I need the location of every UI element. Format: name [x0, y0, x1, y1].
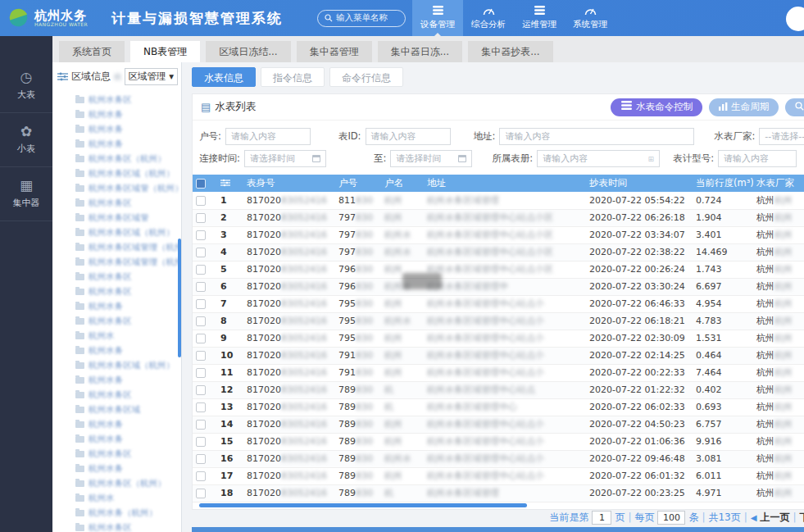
tab-集中器日冻...[interactable]: 集中器日冻...	[378, 41, 462, 62]
tree-node[interactable]: 杭州水务区域管理（杭州）	[75, 240, 181, 255]
row-checkbox[interactable]	[196, 471, 206, 481]
tree-node[interactable]: 杭州水务	[75, 107, 181, 122]
tree-node[interactable]: 杭州水务区（杭州）	[75, 152, 181, 166]
vendor-cell: 杭州杭州	[753, 209, 804, 226]
至-field[interactable]: 请选择时间	[390, 150, 472, 167]
column-header-表身号[interactable]: 表身号	[243, 175, 335, 192]
row-checkbox[interactable]	[196, 402, 206, 412]
row-checkbox[interactable]	[196, 265, 206, 275]
tree-node[interactable]: 杭州水务	[75, 432, 181, 447]
tree-node[interactable]: 杭州水务区	[75, 270, 181, 284]
sidebar-item-小表[interactable]: ✿小表	[0, 113, 52, 167]
page-size-input[interactable]	[657, 511, 685, 525]
tree-node[interactable]: 杭州水务区	[75, 521, 181, 532]
tree-scrollbar[interactable]	[178, 239, 181, 357]
row-checkbox[interactable]	[196, 196, 206, 206]
表ID-field[interactable]: 请输入内容	[366, 128, 451, 145]
tab-区域日冻结...[interactable]: 区域日冻结...	[206, 41, 290, 62]
tree-node[interactable]: 杭州水务区域管（杭州）	[75, 181, 181, 196]
next-page-button[interactable]: 下一页	[800, 511, 804, 525]
row-checkbox[interactable]	[196, 351, 206, 361]
tree-node[interactable]: 杭州水务	[75, 137, 181, 152]
column-header-户号[interactable]: 户号	[335, 175, 381, 192]
vendor-cell: 杭州杭州	[753, 312, 804, 330]
sidebar-item-大表[interactable]: ◷大表	[0, 59, 52, 113]
tab-集中器抄表...[interactable]: 集中器抄表...	[468, 41, 552, 62]
tree-node[interactable]: 杭州水务	[75, 462, 181, 476]
column-header-地址[interactable]: 地址	[424, 175, 586, 192]
户号-field[interactable]: 请输入内容	[225, 128, 311, 145]
tree-node[interactable]: 杭州水务区（杭州）	[75, 476, 181, 491]
column-header-当前行度(m³)[interactable]: 当前行度(m³)	[693, 175, 753, 192]
row-checkbox[interactable]	[196, 299, 206, 309]
prev-arrow-icon: ◀	[751, 513, 757, 522]
bottom-scrollbar[interactable]	[192, 527, 804, 532]
sidebar-item-集中器[interactable]: ▦集中器	[0, 167, 52, 221]
tree-node[interactable]: 杭州水	[75, 329, 181, 343]
tree-node[interactable]: 杭州水务区域（杭州）	[75, 358, 181, 373]
subtab-水表信息[interactable]: 水表信息	[192, 67, 256, 87]
地址-field[interactable]: 请输入内容	[499, 128, 694, 145]
tree-node[interactable]: 杭州水	[75, 491, 181, 506]
tree-node[interactable]: 杭州水务	[75, 299, 181, 314]
nav-item-运维管理[interactable]: 运维管理	[514, 0, 565, 36]
tree-node[interactable]: 杭州水务	[75, 122, 181, 137]
row-checkbox[interactable]	[196, 420, 206, 430]
nav-item-设备管理[interactable]: 设备管理	[412, 0, 463, 36]
tree-node[interactable]: 杭州水务	[75, 417, 181, 432]
page-number-input[interactable]	[592, 511, 611, 525]
水表命令控制-button[interactable]: 水表命令控制	[611, 98, 702, 116]
row-checkbox[interactable]	[196, 316, 206, 326]
tree-node[interactable]: 杭州水务区域（杭州）	[75, 166, 181, 181]
tree-node[interactable]: 杭州水务区域（杭州）	[75, 225, 181, 240]
search-icon	[325, 14, 333, 22]
meter-body-no-cell: 81702083052416	[243, 330, 335, 347]
row-checkbox[interactable]	[196, 437, 206, 447]
table-hscrollbar-thumb[interactable]	[199, 503, 527, 507]
tree-node[interactable]: 杭州水务区域管理（杭州）	[75, 255, 181, 270]
tree-node[interactable]: 杭州水务（杭州）	[75, 506, 181, 521]
menu-search-input[interactable]: 输入菜单名称	[317, 10, 406, 27]
tree-node[interactable]: 杭州水务	[75, 343, 181, 358]
表计型号-field[interactable]: 请输入内容	[718, 150, 797, 167]
tab-NB表管理[interactable]: NB表管理	[130, 41, 200, 62]
table-row: 781702083052416795830杭州杭州水务区域管理中心站点小2020…	[193, 295, 804, 312]
tree-node[interactable]: 杭州水务区	[75, 284, 181, 299]
tab-系统首页[interactable]: 系统首页	[59, 41, 125, 62]
row-checkbox[interactable]	[196, 368, 206, 378]
table-row: 181702083052416811830杭州杭州水务区域管理2020-07-2…	[193, 192, 804, 209]
tree-node[interactable]: 杭州水务	[75, 373, 181, 388]
column-header-水表厂家[interactable]: 水表厂家	[753, 175, 804, 192]
avatar[interactable]	[786, 7, 804, 31]
row-checkbox[interactable]	[196, 385, 206, 395]
column-header-户名[interactable]: 户名	[381, 175, 424, 192]
row-checkbox[interactable]	[196, 454, 206, 464]
region-mode-select[interactable]: 区域管理 ▾	[125, 68, 178, 85]
prev-page-button[interactable]: 上一页	[761, 511, 790, 525]
select-all-checkbox[interactable]	[196, 179, 206, 189]
所属表册-field[interactable]: 请输入内容⊞	[537, 150, 660, 167]
生命周期-button[interactable]: 生命周期	[709, 98, 779, 116]
tree-node[interactable]: 杭州水务区	[75, 388, 181, 402]
row-checkbox[interactable]	[196, 489, 206, 498]
tree-node[interactable]: 杭州水务区	[75, 196, 181, 211]
row-checkbox[interactable]	[196, 248, 206, 257]
row-checkbox[interactable]	[196, 282, 206, 292]
tab-集中器管理[interactable]: 集中器管理	[297, 41, 372, 62]
tree-node[interactable]: 杭州水务区域	[75, 402, 181, 417]
subtab-命令行信息[interactable]: 命令行信息	[329, 67, 403, 87]
tree-node[interactable]: 杭州水务区	[75, 314, 181, 329]
nav-item-综合分析[interactable]: 综合分析	[463, 0, 514, 36]
水表厂家-field[interactable]: --请选择--▾	[759, 128, 804, 145]
tree-node[interactable]: 杭州水务区	[75, 93, 181, 107]
连接时间-field[interactable]: 请选择时间	[244, 150, 326, 167]
row-checkbox[interactable]	[196, 230, 206, 240]
nav-item-系统管理[interactable]: 系统管理	[565, 0, 615, 36]
tree-node[interactable]: 杭州水务区	[75, 447, 181, 462]
row-checkbox[interactable]	[196, 213, 206, 223]
subtab-指令信息[interactable]: 指令信息	[261, 67, 325, 87]
row-checkbox[interactable]	[196, 334, 206, 343]
column-header-抄表时间[interactable]: 抄表时间	[586, 175, 693, 192]
tree-node[interactable]: 杭州水务区域管	[75, 211, 181, 225]
查询-button[interactable]: 查询	[785, 98, 804, 116]
